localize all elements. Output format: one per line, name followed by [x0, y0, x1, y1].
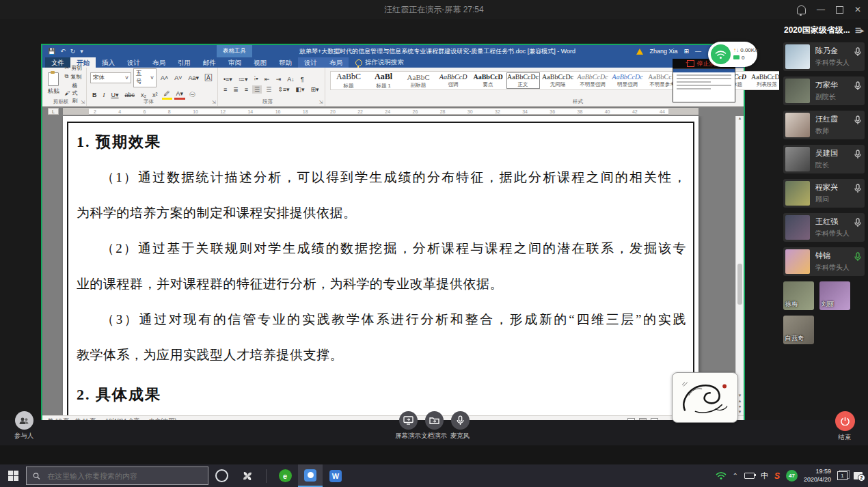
mic-icon[interactable]	[854, 47, 861, 59]
borders-button[interactable]: ⊞▾	[309, 85, 321, 94]
tab-selector-icon[interactable]: L	[48, 108, 59, 115]
word-minimize-icon[interactable]: —	[695, 48, 701, 55]
sogou-icon[interactable]: S	[774, 471, 780, 481]
ribbon-tab[interactable]: 设计	[121, 57, 146, 68]
ribbon-tab[interactable]: 布局	[323, 57, 349, 68]
tell-me-search[interactable]: 操作说明搜索	[355, 57, 404, 68]
participant-row[interactable]: 万家华 副院长	[783, 76, 865, 105]
hidden-icons-chevron[interactable]: ⌃	[733, 472, 738, 479]
show-marks-button[interactable]: ¶	[299, 75, 306, 83]
save-icon[interactable]: 💾	[48, 48, 55, 55]
decrease-indent-button[interactable]: ⇤	[262, 75, 272, 83]
ribbon-tab[interactable]: 插入	[96, 57, 121, 68]
line-spacing-button[interactable]: ⇕≡▾	[275, 85, 291, 94]
mic-icon[interactable]	[854, 184, 861, 196]
font-dialog-launcher[interactable]: ⇲	[212, 100, 216, 105]
shading-button[interactable]: ◧▾	[294, 85, 307, 94]
font-name-select[interactable]: 宋体˅	[90, 72, 131, 83]
account-name[interactable]: Zhang Xia	[649, 48, 677, 55]
style-item[interactable]: AaBl 标题 1	[367, 72, 401, 89]
align-center-button[interactable]: ≣	[231, 85, 241, 94]
participant-row[interactable]: 王红强 学科带头人	[783, 213, 865, 242]
style-item[interactable]: AaBbCcDc 不明显强调	[576, 72, 610, 89]
clear-format-icon[interactable]: 🄰	[203, 74, 214, 83]
increase-indent-button[interactable]: ⇥	[274, 75, 284, 83]
wifi-tray-icon[interactable]	[716, 471, 727, 480]
ribbon-display-options-icon[interactable]: ⊞	[683, 48, 689, 55]
mic-icon[interactable]	[854, 252, 861, 264]
search-input[interactable]	[46, 471, 202, 481]
end-meeting-button[interactable]	[835, 411, 855, 431]
style-item[interactable]: AaBbC 副标题	[402, 72, 435, 89]
quick-access-dropdown-icon[interactable]: ▾	[80, 48, 83, 55]
align-left-button[interactable]: ≡	[221, 85, 229, 94]
participant-tile[interactable]: 白燕奇	[783, 316, 814, 344]
scroll-down-icon[interactable]: ▼	[738, 393, 742, 398]
bold-button[interactable]: B	[90, 91, 99, 99]
style-item[interactable]: AaBbCcD 强调	[437, 72, 470, 89]
minimize-button[interactable]: —	[817, 5, 825, 14]
grow-font-icon[interactable]: A˄	[159, 74, 170, 82]
list-menu-icon[interactable]: ☰▸	[855, 27, 863, 34]
clipboard-dialog-launcher[interactable]: ⇲	[81, 100, 85, 105]
ribbon-tab[interactable]: 布局	[146, 57, 172, 68]
vertical-scrollbar[interactable]: ▲ ▼ ▲ ● ▼	[735, 116, 744, 415]
mic-icon[interactable]	[854, 218, 861, 230]
justify-button[interactable]: ☰	[252, 85, 262, 94]
change-case-icon[interactable]: Aa▾	[187, 74, 202, 82]
shrink-font-icon[interactable]: A˅	[172, 74, 184, 82]
taskbar-search[interactable]	[26, 467, 208, 485]
close-button[interactable]: ✕	[854, 5, 861, 14]
participant-row[interactable]: 程家兴 顾问	[783, 179, 865, 208]
font-size-select[interactable]: 五号˅	[133, 68, 157, 87]
participant-tile[interactable]: 刘丽	[819, 281, 850, 310]
ribbon-tab[interactable]: 引用	[172, 57, 197, 68]
sort-button[interactable]: A↓	[285, 75, 297, 83]
redo-icon[interactable]: ↻	[70, 48, 76, 55]
action-center-icon[interactable]: 2	[854, 472, 863, 479]
maximize-button[interactable]	[836, 6, 843, 14]
cortana-button[interactable]	[208, 464, 234, 487]
style-item[interactable]: AaBbCcDc 无间隔	[541, 72, 575, 89]
superscript-button[interactable]: x²	[150, 91, 160, 99]
style-item[interactable]: AaBbCcDc 明显强调	[611, 72, 645, 89]
previous-page-icon[interactable]: ▲	[738, 399, 742, 403]
participant-row[interactable]: 吴建国 院长	[783, 145, 865, 173]
cut-button[interactable]: ✂ 剪切	[65, 64, 83, 72]
pinwheel-app-button[interactable]	[234, 464, 260, 487]
copy-button[interactable]: ⧉ 复制	[65, 73, 83, 81]
ribbon-tab[interactable]: 视图	[247, 57, 273, 68]
participant-tile[interactable]: 徐梅	[783, 281, 814, 310]
distribute-button[interactable]: ☰	[264, 85, 273, 94]
horizontal-ruler[interactable]: L 24681012141618202224262830323436384042…	[42, 107, 744, 116]
multilevel-list-button[interactable]: ⫶▾	[252, 74, 260, 83]
ribbon-tab[interactable]: 帮助	[273, 57, 298, 68]
ribbon-tab[interactable]: 设计	[298, 57, 323, 68]
battery-icon[interactable]	[744, 473, 755, 479]
wecom-taskbar-button[interactable]	[298, 464, 323, 487]
ribbon-tab[interactable]: 审阅	[222, 57, 247, 68]
mic-icon[interactable]	[854, 81, 861, 94]
ime-indicator[interactable]: 中	[761, 471, 768, 481]
select-browse-icon[interactable]: ●	[739, 404, 742, 408]
undo-icon[interactable]: ↶	[60, 48, 66, 55]
scroll-up-icon[interactable]: ▲	[738, 116, 742, 120]
style-item[interactable]: AaBbCcD 要点	[472, 72, 505, 89]
italic-button[interactable]: I	[101, 91, 107, 99]
subscript-button[interactable]: x₂	[139, 91, 148, 99]
underline-button[interactable]: U▾	[109, 91, 121, 99]
mic-button[interactable]	[451, 411, 470, 430]
align-right-button[interactable]: ≡	[243, 85, 250, 94]
paragraph-dialog-launcher[interactable]: ⇲	[319, 100, 323, 105]
strikethrough-button[interactable]: abc	[123, 91, 137, 99]
start-button[interactable]	[0, 464, 26, 487]
numbering-button[interactable]: ≔▾	[236, 75, 250, 83]
mic-icon[interactable]	[854, 150, 861, 162]
participant-row[interactable]: 钟锦 学科带头人	[783, 247, 865, 276]
taskbar-clock[interactable]: 19:59 2020/4/20	[804, 468, 831, 484]
next-page-icon[interactable]: ▼	[738, 410, 742, 414]
style-item[interactable]: AaBbCcDc 正文	[506, 72, 540, 89]
participants-button[interactable]	[15, 411, 33, 430]
style-item[interactable]: AaBbC 标题	[332, 72, 366, 89]
wps-button[interactable]: W	[323, 464, 349, 487]
